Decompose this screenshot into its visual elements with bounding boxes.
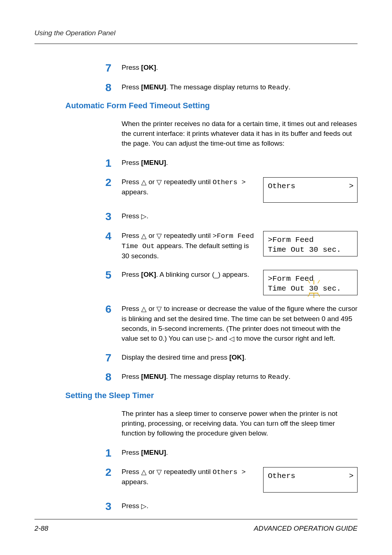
t: appears. [122, 478, 148, 486]
step-7: 7 Press [OK]. [103, 62, 358, 74]
lcd-display: Others > [263, 177, 358, 203]
t: . [289, 83, 290, 91]
running-header: Using the Operation Panel [34, 29, 358, 37]
step-text: Press ▷. [122, 211, 358, 222]
step-row: Press [OK]. A blinking cursor (_) appear… [122, 269, 358, 295]
key-ok: [OK] [141, 64, 156, 71]
t: Display the desired time and press [122, 353, 229, 361]
lcd-display: Others > [263, 467, 358, 493]
t: . [244, 353, 246, 361]
step-text: Press △ or ▽ repeatedly until >Form Feed… [122, 231, 257, 261]
t: Press [122, 64, 141, 71]
t: repeatedly until [162, 232, 212, 239]
page: Using the Operation Panel 7 Press [OK]. … [0, 0, 392, 555]
t: Press [122, 271, 141, 278]
down-icon: ▽ [156, 231, 162, 241]
s3: 3 Press ▷. [103, 211, 358, 222]
page-number: 2-88 [34, 524, 48, 532]
code: Others > [213, 178, 246, 186]
t: . A blinking cursor (_) appears. [156, 271, 249, 278]
code: Ready [268, 84, 289, 92]
key-ok: [OK] [229, 353, 244, 361]
step-number: 2 [103, 466, 122, 478]
s2: 2 Press △ or ▽ repeatedly until Others >… [103, 177, 358, 203]
s1: 1 Press [MENU]. [103, 157, 358, 169]
t: . [166, 159, 168, 166]
lcd-arrow: > [349, 181, 354, 191]
t: Press [122, 468, 141, 475]
prelude-steps: 7 Press [OK]. 8 Press [MENU]. The messag… [103, 62, 358, 93]
down-icon: ▽ [156, 467, 162, 477]
key-menu: [MENU] [141, 159, 166, 166]
up-icon: △ [141, 231, 147, 241]
step-number: 4 [103, 230, 122, 242]
s3c: 3 Press ▷. [103, 501, 358, 512]
step-text: Press ▷. [122, 501, 358, 511]
blinking-cursor-value: \ | /30/ | \ [309, 284, 318, 293]
lcd-display: >Form Feed Time Out \ | /30/ | \ sec. [263, 270, 358, 295]
sec1-steps: 1 Press [MENU]. 2 Press △ or ▽ repeatedl… [103, 157, 358, 383]
t: and [214, 335, 229, 342]
section-auto-form-feed: Automatic Form Feed Timeout Setting [65, 101, 358, 110]
cursor-value: 30 [309, 284, 318, 293]
right-icon: ▷ [141, 502, 147, 511]
step-number: 1 [103, 157, 122, 169]
key-ok: [OK] [141, 271, 156, 278]
t: . The message display returns to [166, 83, 268, 91]
lcd-line1: Others [268, 471, 353, 481]
step-8: 8 Press [MENU]. The message display retu… [103, 82, 358, 93]
t: or [147, 232, 156, 239]
code: Ready [268, 373, 289, 381]
t: appears. [122, 188, 148, 196]
step-number: 5 [103, 269, 122, 281]
t: Press [122, 373, 141, 380]
key-menu: [MENU] [141, 449, 166, 456]
t: . [289, 373, 290, 380]
key-menu: [MENU] [141, 373, 166, 380]
t: repeatedly until [162, 468, 212, 475]
s4: 4 Press △ or ▽ repeatedly until >Form Fe… [103, 230, 358, 261]
sec2-steps: 1 Press [MENU]. 2 Press △ or ▽ repeatedl… [103, 447, 358, 512]
t: Press [122, 159, 141, 166]
step-row: Press △ or ▽ repeatedly until >Form Feed… [122, 230, 358, 261]
step-text: Press [MENU]. The message display return… [122, 371, 358, 382]
blink-icon: / | \ [307, 293, 320, 299]
t: Press [122, 449, 141, 456]
s1c: 1 Press [MENU]. [103, 447, 358, 459]
step-row: Press △ or ▽ repeatedly until Others > a… [122, 177, 358, 203]
t: Press [122, 178, 141, 186]
footer-row: 2-88 ADVANCED OPERATION GUIDE [34, 524, 358, 532]
t: sec. [318, 284, 341, 293]
section-title: Setting the Sleep Timer [65, 391, 358, 400]
section-sleep-timer: Setting the Sleep Timer [65, 391, 358, 400]
t: to move the cursor right and left. [234, 335, 335, 342]
step-number: 7 [103, 352, 122, 364]
section-intro: When the printer receives no data for a … [122, 119, 358, 149]
lcd-arrow: > [349, 471, 354, 481]
lcd-line1: Others [268, 181, 353, 191]
t: Time Out [268, 284, 309, 293]
step-number: 3 [103, 501, 122, 512]
step-text: Press [MENU]. [122, 447, 358, 458]
up-icon: △ [141, 467, 147, 477]
step-text: Press △ or ▽ to increase or decrease the… [122, 303, 358, 344]
step-number: 8 [103, 82, 122, 93]
s8b: 8 Press [MENU]. The message display retu… [103, 371, 358, 383]
t: or [147, 178, 156, 186]
t: Press [122, 212, 141, 220]
step-text: Press [MENU]. [122, 157, 358, 168]
s6: 6 Press △ or ▽ to increase or decrease t… [103, 303, 358, 344]
code: Others > [213, 468, 246, 476]
step-text: Press [OK]. [122, 62, 358, 73]
lcd-line1: >Form Feed [268, 235, 353, 245]
s5: 5 Press [OK]. A blinking cursor (_) appe… [103, 269, 358, 295]
step-number: 1 [103, 447, 122, 459]
step-number: 8 [103, 371, 122, 383]
step-text: Press [OK]. A blinking cursor (_) appear… [122, 270, 257, 280]
step-number: 7 [103, 62, 122, 74]
section-intro: The printer has a sleep timer to conserv… [122, 409, 358, 438]
lcd-display: >Form Feed Time Out 30 sec. [263, 231, 358, 256]
down-icon: ▽ [156, 178, 162, 187]
step-text: Press △ or ▽ repeatedly until Others > a… [122, 177, 257, 197]
lcd-line2: Time Out \ | /30/ | \ sec. [268, 284, 353, 293]
